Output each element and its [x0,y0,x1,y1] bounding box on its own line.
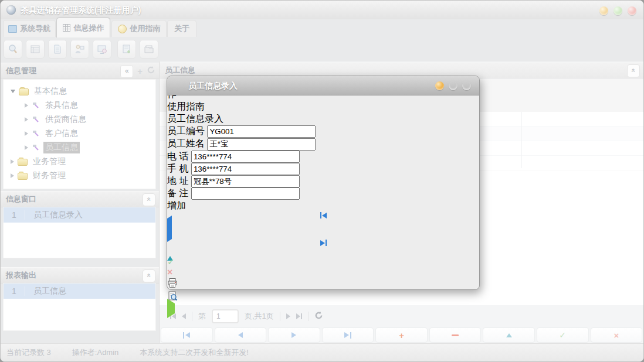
expander-right-icon[interactable] [11,159,14,164]
employee-form: 员工信息录入 员工编号 员工姓名 电 话 手 机 [167,113,479,200]
record-edit-button[interactable] [483,327,535,343]
plus-icon: + [399,331,404,340]
run-button[interactable] [167,303,479,314]
dialog-minimize-button[interactable] [435,81,444,90]
phone-field[interactable] [191,151,300,163]
record-add-button[interactable]: + [375,327,428,343]
first-record-button[interactable] [167,212,479,218]
remark-field[interactable] [191,187,300,200]
window-square-icon [8,25,17,33]
nav-next-button[interactable] [268,327,320,343]
monitor-search-button[interactable] [93,40,111,59]
tab-info-operation[interactable]: 信息操作 [56,18,110,37]
record-count-label: 当前记录数 3 [6,347,51,358]
record-post-button[interactable]: ✓ [537,327,589,343]
expander-right-icon[interactable] [25,117,28,122]
document-plus-icon [121,44,132,54]
edit-record-button[interactable] [167,246,479,257]
expander-right-icon[interactable] [25,131,28,136]
pager-last-button[interactable] [296,313,302,319]
tab-user-guide[interactable]: 使用指南 [111,20,167,37]
tree-node-business-mgmt[interactable]: 业务管理 [4,155,155,169]
dialog-button-bar: 增加 ✓ × [167,200,479,314]
folder-icon [144,44,154,54]
dialog-title-bar[interactable]: 员工信息录入 [167,76,479,95]
tree-node-supplier-info[interactable]: 供货商信息 [4,112,155,127]
reports-list: 1 员工信息 [3,283,156,331]
expander-down-icon[interactable] [11,90,15,93]
users-button[interactable] [70,40,89,59]
collapse-reports-panel-button[interactable]: « [143,269,155,282]
nav-first-button[interactable] [161,327,213,343]
record-nav-bar: + ✓ × [161,327,642,343]
last-record-button[interactable] [167,240,479,246]
prev-record-button[interactable] [167,218,479,229]
print-button[interactable] [167,278,479,291]
dialog-maximize-button[interactable] [449,81,457,90]
collapse-windows-panel-button[interactable]: « [143,193,155,206]
tree-node-basic-info[interactable]: 基本信息 [4,84,155,98]
cancel-record-button[interactable]: × [167,267,479,278]
dialog-close-button[interactable] [462,81,471,90]
mobile-field[interactable] [191,163,300,175]
list-item-employee-report[interactable]: 1 员工信息 [4,284,155,299]
record-cancel-button[interactable]: × [591,327,643,343]
tab-label: 关于 [174,21,189,37]
emp-no-field[interactable] [207,125,316,138]
next-record-button[interactable] [167,229,479,240]
post-record-button[interactable]: ✓ [167,257,479,267]
document-icon [52,44,63,54]
tool-icon [32,101,40,110]
tab-label: 系统导航 [21,21,51,37]
emp-name-field[interactable] [207,138,316,151]
operator-label: 操作者:Admin [72,347,118,358]
window-controls [599,6,636,15]
minimize-button[interactable] [599,6,608,15]
play-icon [167,299,175,318]
tree-node-customer-info[interactable]: 客户信息 [4,127,155,141]
pager-next-button[interactable] [286,313,290,319]
search-icon [8,44,18,54]
print-preview-button[interactable] [167,291,479,303]
tree-label: 业务管理 [31,156,67,168]
windows-panel-header: 信息窗口 « [1,191,159,207]
tree-label: 员工信息 [43,142,80,153]
add-button[interactable]: 增加 [167,200,479,212]
tree-node-employee-info[interactable]: 员工信息 [4,141,155,155]
tree-label: 茶具信息 [43,100,80,111]
pager-prev-button[interactable] [182,313,186,319]
collapse-main-panel-button[interactable]: « [627,64,640,77]
expander-right-icon[interactable] [25,103,28,108]
employee-entry-dialog: 员工信息录入 信息操作 使用指南 员工信息录入 员工编号 员工姓名 [167,76,480,290]
tab-system-nav[interactable]: 系统导航 [3,20,56,37]
record-delete-button[interactable] [429,327,482,343]
collapse-sidebar-button[interactable]: « [120,65,133,78]
add-icon[interactable]: + [137,66,143,77]
archive-button[interactable] [140,40,158,59]
close-button[interactable] [628,6,636,15]
tool-icon [32,129,40,138]
tree-node-finance-mgmt[interactable]: 财务管理 [4,169,155,183]
refresh-icon[interactable] [147,66,155,77]
reports-panel-header: 报表输出 « [1,267,159,284]
document-button[interactable] [48,40,67,59]
expander-right-icon[interactable] [11,173,14,178]
list-item-employee-entry[interactable]: 1 员工信息录入 [4,207,155,223]
maximize-button[interactable] [614,6,622,15]
expander-right-icon[interactable] [25,145,28,150]
ribbon-tabstrip: 系统导航 信息操作 使用指南 关于 [1,19,643,37]
phone-label: 电 话 [167,151,188,161]
nav-last-button[interactable] [322,327,374,343]
address-field[interactable] [191,175,300,187]
list-icon [30,44,40,54]
search-button[interactable] [4,40,22,59]
dialog-tab-user-guide[interactable]: 使用指南 [167,101,207,113]
tree-node-teaware-info[interactable]: 茶具信息 [4,98,155,112]
nav-prev-button[interactable] [215,327,267,343]
tree-label: 客户信息 [43,128,80,139]
tab-about[interactable]: 关于 [167,20,196,37]
new-record-button[interactable] [117,40,136,59]
list-view-button[interactable] [26,40,45,59]
info-tree: 基本信息 茶具信息 供货商信息 客户信息 员工信息 [3,79,156,189]
address-label: 地 址 [167,176,188,186]
